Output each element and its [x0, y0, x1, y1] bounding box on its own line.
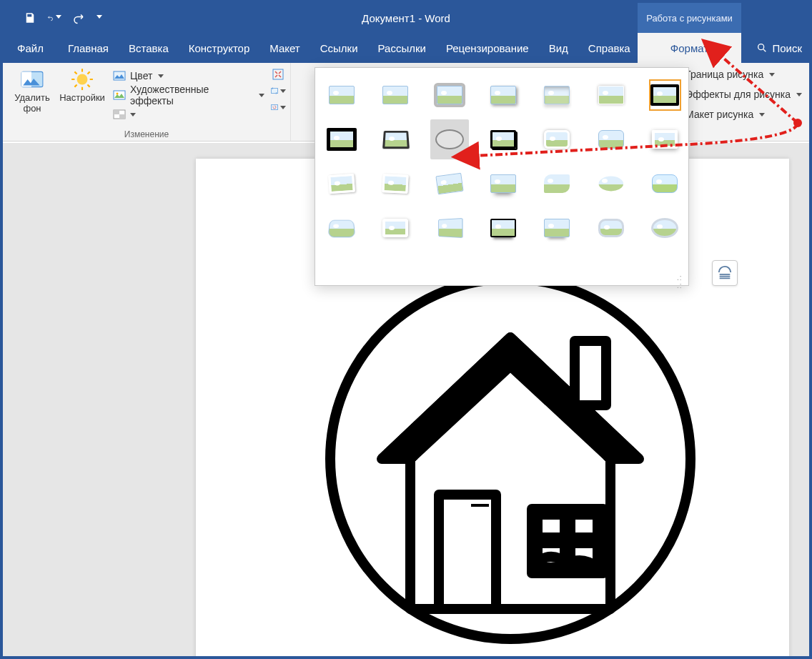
tab-view[interactable]: Вид: [539, 33, 578, 63]
search-icon: [756, 42, 768, 54]
layout-options-button[interactable]: [712, 260, 738, 286]
group-change-label: Изменение: [3, 129, 290, 139]
svg-rect-8: [114, 110, 119, 114]
style-thumb[interactable]: [435, 169, 464, 198]
tab-mailings[interactable]: Рассылки: [368, 33, 436, 63]
style-thumb[interactable]: [488, 81, 518, 109]
style-thumb[interactable]: [488, 214, 518, 242]
style-thumb[interactable]: [380, 81, 410, 109]
style-thumb[interactable]: [596, 125, 626, 154]
style-thumb[interactable]: [596, 169, 625, 198]
style-thumb[interactable]: [327, 125, 357, 154]
style-thumb-selected[interactable]: [650, 81, 680, 109]
style-thumb[interactable]: [488, 125, 518, 154]
inserted-picture-house[interactable]: [325, 273, 696, 645]
style-thumb[interactable]: [435, 81, 464, 109]
tab-insert[interactable]: Вставка: [119, 33, 179, 63]
svg-rect-24: [538, 515, 565, 537]
svg-rect-10: [273, 69, 283, 79]
style-thumb[interactable]: [543, 169, 572, 198]
style-thumb[interactable]: [435, 214, 464, 242]
svg-rect-21: [439, 495, 496, 609]
artistic-icon: [113, 89, 126, 101]
reset-picture-button[interactable]: [270, 100, 286, 114]
style-thumb-hover-oval[interactable]: [430, 119, 469, 159]
svg-rect-9: [119, 114, 125, 119]
style-thumb[interactable]: [596, 81, 625, 109]
transparency-button[interactable]: [110, 106, 267, 123]
context-tab-picture-tools[interactable]: Работа с рисунками: [638, 3, 741, 33]
change-picture-button[interactable]: [270, 84, 286, 98]
color-icon: [113, 69, 126, 82]
style-thumb[interactable]: [380, 169, 410, 198]
svg-rect-20: [575, 341, 606, 405]
svg-rect-5: [114, 91, 125, 99]
tab-layout[interactable]: Макет: [259, 33, 310, 63]
qat-customize-icon[interactable]: [96, 11, 103, 25]
save-icon[interactable]: [23, 11, 37, 25]
svg-point-3: [77, 74, 88, 85]
redo-icon[interactable]: [71, 11, 86, 25]
style-thumb[interactable]: [650, 214, 680, 242]
svg-point-0: [758, 44, 764, 50]
title-bar: Документ1 - Word Работа с рисунками: [3, 3, 809, 33]
effects-label: Эффекты для рисунка: [685, 89, 791, 100]
ribbon-tab-bar: Файл Главная Вставка Конструктор Макет С…: [3, 33, 809, 63]
style-thumb[interactable]: [381, 125, 411, 154]
gallery-resize-grip[interactable]: .: .:: [677, 274, 685, 282]
tab-review[interactable]: Рецензирование: [436, 33, 539, 63]
tab-file[interactable]: Файл: [3, 33, 58, 63]
style-thumb[interactable]: [650, 169, 680, 198]
corrections-icon: [70, 67, 94, 91]
remove-bg-label: Удалить фон: [14, 93, 50, 114]
color-label: Цвет: [130, 70, 152, 81]
artistic-effects-button[interactable]: Художественные эффекты: [110, 86, 267, 104]
piclayout-label: Макет рисунка: [685, 109, 753, 120]
compress-pictures-button[interactable]: [270, 67, 286, 81]
style-thumb[interactable]: [327, 214, 356, 242]
tab-design[interactable]: Конструктор: [179, 33, 260, 63]
style-thumb[interactable]: [596, 214, 625, 242]
style-thumb[interactable]: [327, 169, 356, 198]
artistic-label: Художественные эффекты: [130, 84, 253, 106]
search-box[interactable]: Поиск: [756, 33, 802, 63]
style-thumb[interactable]: [327, 81, 356, 109]
style-thumb[interactable]: [650, 125, 680, 154]
undo-icon[interactable]: [47, 11, 61, 25]
picture-styles-gallery[interactable]: .: .:: [315, 67, 689, 286]
svg-rect-11: [271, 89, 277, 94]
tab-help[interactable]: Справка: [578, 33, 640, 63]
style-thumb[interactable]: [380, 214, 410, 242]
svg-rect-25: [570, 515, 598, 537]
style-thumb[interactable]: [488, 169, 518, 198]
tab-format[interactable]: Формат: [638, 33, 741, 63]
tab-home[interactable]: Главная: [58, 33, 119, 63]
layout-options-icon: [717, 265, 733, 281]
color-button[interactable]: Цвет: [110, 67, 267, 84]
transparency-icon: [113, 108, 126, 121]
search-label: Поиск: [772, 42, 802, 54]
style-thumb[interactable]: [543, 214, 572, 242]
corrections-label: Настройки: [59, 93, 105, 104]
tab-references[interactable]: Ссылки: [310, 33, 368, 63]
border-label: Граница рисунка: [685, 69, 763, 80]
remove-bg-icon: [20, 67, 44, 91]
svg-rect-4: [114, 71, 125, 80]
style-thumb[interactable]: [543, 81, 572, 109]
style-thumb[interactable]: [542, 125, 572, 154]
